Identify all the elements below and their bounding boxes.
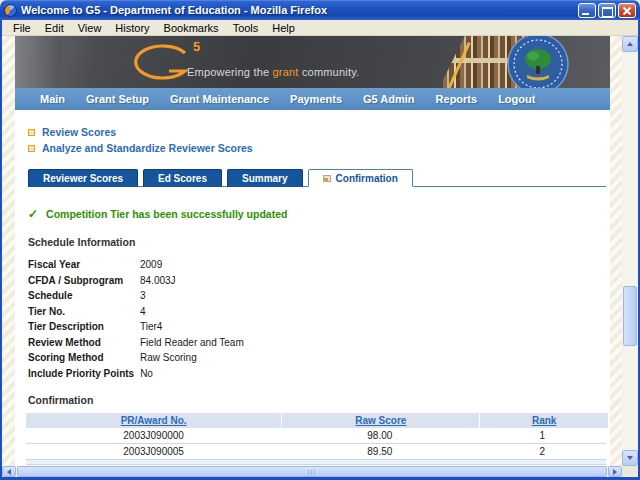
confirmation-tab-icon: [323, 175, 331, 182]
cell-score: 89.50: [281, 446, 478, 457]
field-review-method: Review Method Field Reader and Team: [28, 335, 610, 351]
scroll-right-icon: [613, 469, 617, 475]
menu-view[interactable]: View: [71, 21, 109, 35]
close-button[interactable]: [618, 3, 636, 18]
table-footer-strip: [26, 460, 606, 465]
field-fiscal-year: Fiscal Year 2009: [28, 257, 610, 273]
tab-confirmation[interactable]: Confirmation: [308, 169, 413, 187]
field-scoring-method: Scoring Method Raw Scoring: [28, 350, 610, 366]
schedule-information-heading: Schedule Information: [28, 236, 610, 248]
cell-rank: 2: [478, 446, 606, 457]
tagline-grant: grant: [273, 66, 299, 78]
nav-grant-setup[interactable]: Grant Setup: [86, 93, 149, 105]
table-header-row: PR/Award No. Raw Score Rank: [26, 413, 606, 428]
scroll-up-icon: [627, 42, 633, 46]
menu-edit[interactable]: Edit: [38, 21, 71, 35]
vertical-scrollbar[interactable]: [622, 36, 638, 466]
column-rank[interactable]: Rank: [532, 415, 556, 426]
nav-g5-admin[interactable]: G5 Admin: [363, 93, 415, 105]
scroll-down-button[interactable]: [622, 450, 638, 466]
bullet-icon: [28, 129, 35, 136]
horizontal-scroll-thumb[interactable]: [17, 466, 607, 477]
menu-file[interactable]: File: [6, 21, 38, 35]
cell-score: 98.00: [281, 430, 478, 441]
table-row: 2003J090005 89.50 2: [26, 444, 606, 460]
breadcrumb-analyze-standardize[interactable]: Analyze and Standardize Reviewer Scores: [28, 140, 610, 156]
confirmation-table: PR/Award No. Raw Score Rank 2003J090000 …: [26, 413, 606, 465]
department-of-education-seal: [507, 36, 569, 88]
window-title: Welcome to G5 - Department of Education …: [21, 4, 578, 16]
minimize-button[interactable]: [578, 3, 596, 18]
nav-main[interactable]: Main: [40, 93, 65, 105]
cell-award: 2003J090000: [26, 430, 281, 441]
breadcrumb-review-scores[interactable]: Review Scores: [28, 124, 610, 140]
field-include-priority-points: Include Priority Points No: [28, 366, 610, 382]
menu-bar: File Edit View History Bookmarks Tools H…: [2, 20, 638, 36]
field-cfda-subprogram: CFDA / Subprogram 84.003J: [28, 273, 610, 289]
tab-bar: Reviewer Scores Ed Scores Summary Confir…: [28, 169, 606, 187]
scroll-down-icon: [627, 456, 633, 460]
horizontal-scrollbar[interactable]: [2, 466, 622, 477]
menu-tools[interactable]: Tools: [226, 21, 266, 35]
menu-history[interactable]: History: [108, 21, 156, 35]
firefox-icon: [4, 4, 17, 17]
bullet-icon: [28, 145, 35, 152]
cell-award: 2003J090005: [26, 446, 281, 457]
column-raw-score[interactable]: Raw Score: [355, 415, 406, 426]
tagline: Empowering the grant community.: [187, 66, 359, 78]
column-pr-award-no[interactable]: PR/Award No.: [121, 415, 187, 426]
table-row: 2003J090000 98.00 1: [26, 428, 606, 444]
g5-logo-five: 5: [193, 39, 200, 54]
scroll-left-icon: [7, 469, 11, 475]
field-tier-description: Tier Description Tier4: [28, 319, 610, 335]
nav-grant-maintenance[interactable]: Grant Maintenance: [170, 93, 269, 105]
success-message: ✓ Competition Tier has been successfully…: [28, 207, 610, 221]
scroll-up-button[interactable]: [622, 36, 638, 52]
field-tier-no: Tier No. 4: [28, 304, 610, 320]
g5-header-banner: 5 Empowering the grant community.: [15, 36, 610, 88]
nav-logout[interactable]: Logout: [498, 93, 535, 105]
menu-help[interactable]: Help: [265, 21, 302, 35]
tab-ed-scores[interactable]: Ed Scores: [143, 169, 222, 187]
menu-bookmarks[interactable]: Bookmarks: [157, 21, 226, 35]
field-schedule: Schedule 3: [28, 288, 610, 304]
tab-summary[interactable]: Summary: [227, 169, 303, 187]
nav-payments[interactable]: Payments: [290, 93, 342, 105]
maximize-button[interactable]: [598, 3, 616, 18]
scroll-left-button[interactable]: [2, 466, 16, 477]
scroll-right-button[interactable]: [608, 466, 622, 477]
tab-reviewer-scores[interactable]: Reviewer Scores: [28, 169, 138, 187]
browser-window: Welcome to G5 - Department of Education …: [0, 0, 640, 480]
main-content: Review Scores Analyze and Standardize Re…: [15, 110, 610, 466]
schedule-information-fields: Fiscal Year 2009 CFDA / Subprogram 84.00…: [28, 257, 610, 381]
scrollbar-corner: [622, 466, 638, 477]
main-navigation: Main Grant Setup Grant Maintenance Payme…: [15, 88, 610, 110]
title-bar: Welcome to G5 - Department of Education …: [0, 0, 640, 20]
check-icon: ✓: [28, 207, 38, 221]
page-viewport: 5 Empowering the grant community. Main G…: [2, 36, 622, 466]
confirmation-heading: Confirmation: [28, 394, 610, 406]
vertical-scroll-thumb[interactable]: [623, 286, 637, 346]
cell-rank: 1: [478, 430, 606, 441]
nav-reports[interactable]: Reports: [436, 93, 478, 105]
